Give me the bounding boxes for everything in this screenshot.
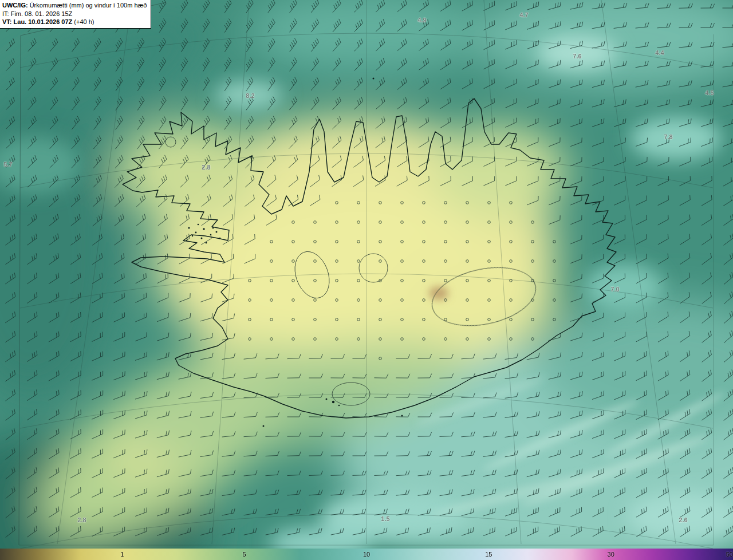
weather-map-page: { "title_box": { "model": "UWC/IG:", "de…: [0, 0, 733, 560]
title-line-valid-time: VT: Lau. 10.01.2026 07Z (+40 h): [2, 18, 147, 26]
title-box: UWC/IG: Úrkomumætti (mm) og vindur í 100…: [0, 0, 151, 29]
valid-time-label: VT: Lau. 10.01.2026 07Z: [2, 18, 72, 25]
colorbar-tick-label: 10: [363, 551, 370, 558]
title-line-init-time: IT: Fim. 08. 01. 2026 15Z: [2, 10, 147, 18]
colorbar-tick-labels: 1510153050: [0, 549, 733, 560]
product-description: Úrkomumætti (mm) og vindur í 100m hæð: [28, 2, 147, 9]
colorbar: 1510153050: [0, 549, 733, 560]
valid-offset-label: (+40 h): [72, 18, 94, 25]
precipitation-wind-map: [0, 0, 733, 560]
model-label: UWC/IG:: [2, 2, 28, 9]
colorbar-tick-label: 15: [485, 551, 492, 558]
title-line-description: UWC/IG: Úrkomumætti (mm) og vindur í 100…: [2, 1, 147, 10]
colorbar-tick-label: 5: [243, 551, 246, 558]
colorbar-tick-label: 1: [120, 551, 124, 558]
colorbar-tick-label: 50: [726, 551, 733, 558]
colorbar-tick-label: 30: [608, 551, 614, 558]
